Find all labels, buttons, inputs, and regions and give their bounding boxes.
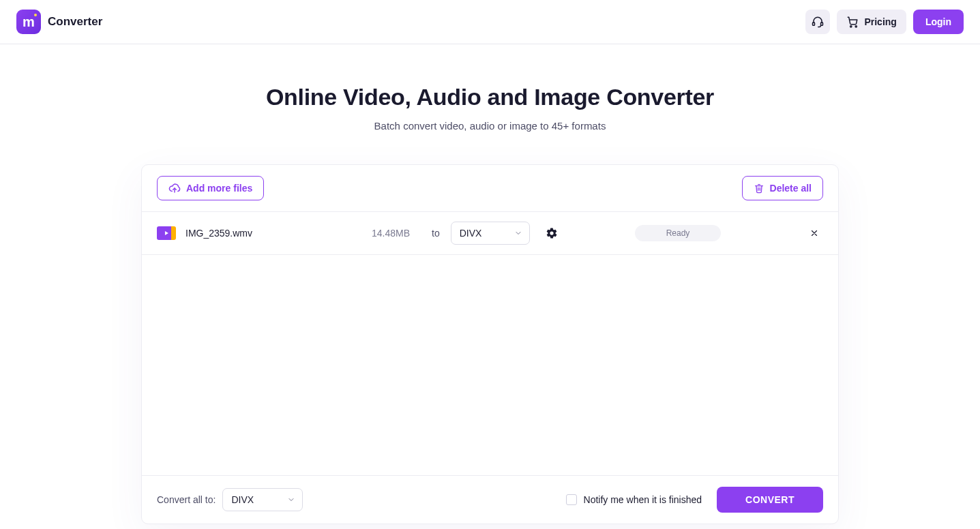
footer-right: Notify me when it is finished CONVERT xyxy=(566,487,823,513)
convert-all-select[interactable]: DIVX xyxy=(222,488,303,511)
add-more-files-button[interactable]: Add more files xyxy=(157,176,264,200)
file-name: IMG_2359.wmv xyxy=(185,228,346,239)
format-select[interactable]: DIVX xyxy=(451,222,530,245)
page-subtitle: Batch convert video, audio or image to 4… xyxy=(0,120,980,132)
settings-button[interactable] xyxy=(542,224,561,243)
logo-letter: m xyxy=(23,15,35,29)
trash-icon xyxy=(754,183,764,194)
upload-cloud-icon xyxy=(168,182,181,194)
hero: Online Video, Audio and Image Converter … xyxy=(0,84,980,132)
svg-rect-1 xyxy=(821,22,823,26)
convert-button[interactable]: CONVERT xyxy=(717,487,823,513)
chevron-down-icon xyxy=(514,229,522,237)
brand[interactable]: m Converter xyxy=(16,10,102,34)
svg-rect-0 xyxy=(813,22,815,26)
logo-icon: m xyxy=(16,10,41,34)
pricing-label: Pricing xyxy=(864,16,896,27)
add-more-files-label: Add more files xyxy=(186,183,252,194)
video-file-icon xyxy=(157,226,176,240)
file-size: 14.48MB xyxy=(355,228,410,239)
panel-body-empty xyxy=(142,255,838,475)
chevron-down-icon xyxy=(287,496,295,504)
close-icon xyxy=(810,228,819,238)
svg-point-2 xyxy=(850,26,852,27)
login-button[interactable]: Login xyxy=(913,10,964,34)
headset-icon xyxy=(812,16,824,28)
to-label: to xyxy=(432,228,440,239)
gear-icon xyxy=(546,227,558,239)
pricing-button[interactable]: Pricing xyxy=(837,10,906,34)
app-header: m Converter Pricing Login xyxy=(0,0,980,44)
notify-checkbox[interactable]: Notify me when it is finished xyxy=(566,494,702,505)
footer-left: Convert all to: DIVX xyxy=(157,488,303,511)
remove-file-button[interactable] xyxy=(805,224,823,242)
brand-name: Converter xyxy=(48,15,102,29)
status-badge: Ready xyxy=(635,225,721,241)
play-icon xyxy=(163,230,170,237)
header-actions: Pricing Login xyxy=(805,10,964,34)
cart-icon xyxy=(846,16,859,28)
file-row: IMG_2359.wmv 14.48MB to DIVX Ready xyxy=(142,212,838,255)
page-title: Online Video, Audio and Image Converter xyxy=(0,84,980,110)
convert-all-value: DIVX xyxy=(231,494,254,505)
converter-panel: Add more files Delete all IMG_2359.wmv 1… xyxy=(141,164,839,524)
panel-footer: Convert all to: DIVX Notify me when it i… xyxy=(142,475,838,524)
svg-point-3 xyxy=(856,26,857,27)
notify-label: Notify me when it is finished xyxy=(584,494,702,505)
checkbox-box xyxy=(566,494,577,505)
format-select-value: DIVX xyxy=(460,228,482,239)
delete-all-label: Delete all xyxy=(770,183,812,194)
panel-toolbar: Add more files Delete all xyxy=(142,165,838,212)
convert-all-label: Convert all to: xyxy=(157,494,216,505)
support-button[interactable] xyxy=(805,10,830,34)
delete-all-button[interactable]: Delete all xyxy=(742,176,823,200)
